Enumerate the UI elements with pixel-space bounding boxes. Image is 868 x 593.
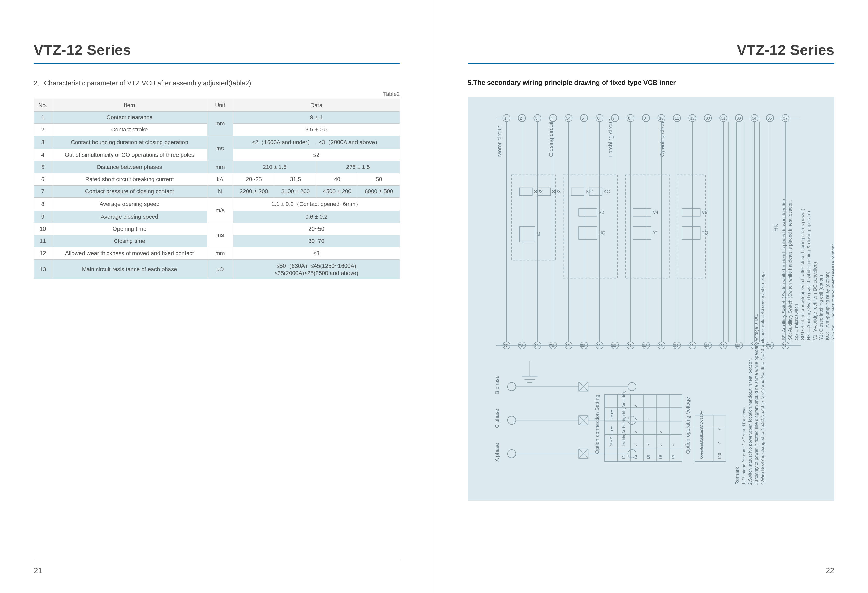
svg-text:L1: L1	[621, 455, 625, 459]
page-right: VTZ-12 Series 5.The secondary wiring pri…	[434, 0, 868, 593]
table-row: 8Average opening speedm/s1.1 ± 0.2（Conta…	[34, 198, 400, 211]
svg-text:✓: ✓	[634, 417, 638, 420]
svg-text:2.Switch status: No power,open: 2.Switch status: No power,open location,…	[748, 358, 753, 485]
svg-text:S8: Auxiliary Switch (Switch w: S8: Auxiliary Switch (Switch while handc…	[787, 200, 793, 340]
svg-text:✓: ✓	[646, 443, 650, 446]
svg-text:Y1: Closed latching coil (opti: Y1: Closed latching coil (option)	[818, 275, 824, 340]
svg-point-139	[507, 450, 516, 458]
page-title-right: VTZ-12 Series	[468, 41, 835, 63]
svg-text:HK:—Auxiliary Switch (switch w: HK:—Auxiliary Switch (switch while openi…	[806, 211, 811, 340]
svg-text:No latching: No latching	[621, 391, 625, 407]
svg-text:AC/DC110V: AC/DC110V	[699, 411, 703, 431]
svg-text:✓: ✓	[717, 427, 722, 431]
svg-text:A phase: A phase	[494, 443, 500, 462]
svg-text:M: M	[536, 232, 540, 237]
svg-text:✓: ✓	[683, 443, 687, 446]
page-number-left: 21	[34, 560, 400, 575]
svg-text:SP1: SP1	[586, 189, 594, 194]
page-title-left: VTZ-12 Series	[34, 41, 400, 63]
table-row: 10Opening timems20~50	[34, 223, 400, 235]
svg-text:L6: L6	[646, 455, 650, 459]
table-row: 7Contact pressure of closing contactN220…	[34, 186, 400, 198]
svg-rect-123	[682, 208, 700, 216]
svg-rect-117	[579, 208, 597, 216]
table-row: 3Contact bouncing duration at closing op…	[34, 136, 400, 149]
col-no: No.	[34, 99, 52, 112]
svg-text:Motor circuit: Motor circuit	[496, 126, 502, 157]
svg-text:1. "/" stand for open." √ " st: 1. "/" stand for open." √ " stand for cl…	[741, 406, 746, 485]
svg-text:✓: ✓	[717, 441, 722, 445]
svg-text:SP2: SP2	[534, 189, 543, 194]
svg-text:SP1~SP4: microswitch( switch a: SP1~SP4: microswitch( switch after close…	[800, 208, 805, 340]
wiring-diagram: Motor circuitClosing circuitLatching cir…	[468, 97, 835, 501]
svg-text:SP3: SP3	[552, 189, 561, 194]
svg-rect-119	[633, 208, 651, 216]
svg-text:Latching: Latching	[621, 407, 625, 420]
section-heading-left: 2、Characteristic parameter of VTZ VCB af…	[34, 79, 400, 88]
svg-text:L8: L8	[658, 455, 663, 459]
table-row: 1Contact clearancemm9 ± 1	[34, 112, 400, 124]
svg-text:Option connection Setting: Option connection Setting	[594, 395, 600, 454]
col-data: Data	[233, 99, 400, 112]
table-row: 6Rated short circuit breaking currentkA2…	[34, 173, 400, 186]
svg-text:Opening circuit: Opening circuit	[659, 119, 665, 157]
svg-text:Closing circuit: Closing circuit	[548, 121, 554, 157]
svg-text:Y7~Y9:… Indirect over-current : Y7~Y9:… Indirect over-current release (o…	[831, 244, 834, 340]
svg-point-147	[507, 416, 516, 424]
svg-text:L9: L9	[671, 455, 675, 459]
characteristic-table: No. Item Unit Data 1Contact clearancemm9…	[34, 99, 400, 279]
table-row: 5Distance between phasesmm210 ± 1.5275 ±…	[34, 161, 400, 173]
svg-text:Latching circuit: Latching circuit	[607, 119, 614, 157]
svg-rect-125	[682, 226, 700, 239]
svg-text:S9: Auxiliary Switch (Switch w: S9: Auxiliary Switch (Switch while handc…	[781, 198, 786, 340]
svg-rect-107	[519, 188, 532, 196]
svg-text:Short/Jumper: Short/Jumper	[609, 426, 613, 446]
page-number-right: 22	[468, 560, 835, 575]
svg-text:Latching: Latching	[621, 434, 625, 446]
svg-text:V3: V3	[702, 210, 707, 215]
svg-rect-121	[633, 226, 651, 239]
svg-text:Remark:: Remark:	[734, 465, 740, 485]
col-item: Item	[52, 99, 207, 112]
svg-point-161	[627, 382, 636, 391]
table2-label: Table2	[34, 91, 400, 97]
svg-point-155	[507, 382, 516, 391]
page-left: VTZ-12 Series 2、Characteristic parameter…	[0, 0, 434, 593]
svg-text:HK: HK	[772, 224, 779, 232]
table-row: 12Allowed wear thickness of moved and fi…	[34, 247, 400, 260]
svg-text:V4: V4	[652, 210, 658, 215]
svg-text:3.Polarity of power in dotted : 3.Polarity of power in dotted line diagr…	[754, 314, 759, 485]
svg-rect-111	[571, 188, 584, 196]
svg-rect-115	[579, 226, 597, 239]
svg-text:KO: KO	[604, 189, 610, 194]
svg-text:V2: V2	[598, 210, 604, 215]
svg-text:✓: ✓	[646, 417, 650, 420]
table-row: 13Main circuit resis tance of each phase…	[34, 260, 400, 279]
col-unit: Unit	[207, 99, 233, 112]
svg-text:L10: L10	[717, 453, 722, 459]
svg-text:✓: ✓	[634, 404, 638, 407]
svg-text:✓: ✓	[634, 443, 638, 446]
svg-text:✓: ✓	[659, 430, 663, 433]
svg-text:HQ: HQ	[598, 230, 605, 235]
svg-text:Jumper: Jumper	[609, 409, 613, 420]
svg-text:4.Wire No.47 is changed to No.: 4.Wire No.47 is changed to No.32,No.43 t…	[760, 272, 765, 485]
svg-text:V1~V4:bridge rectifier ( DC ca: V1~V4:bridge rectifier ( DC cancelled)	[812, 262, 817, 340]
section-heading-right: 5.The secondary wiring principle drawing…	[468, 79, 835, 87]
svg-text:KO:—Anti-pumping relay (option: KO:—Anti-pumping relay (option)	[825, 271, 830, 340]
svg-text:C phase: C phase	[494, 409, 500, 428]
svg-text:L4: L4	[633, 455, 638, 459]
svg-text:✓: ✓	[671, 443, 675, 446]
svg-text:✓: ✓	[634, 430, 638, 433]
svg-text:✓: ✓	[659, 443, 663, 446]
svg-text:B phase: B phase	[494, 375, 500, 394]
svg-text:Y1: Y1	[652, 230, 658, 235]
svg-text:SS:…microswitch: SS:…microswitch	[794, 304, 799, 340]
svg-text:TQ: TQ	[702, 230, 708, 235]
